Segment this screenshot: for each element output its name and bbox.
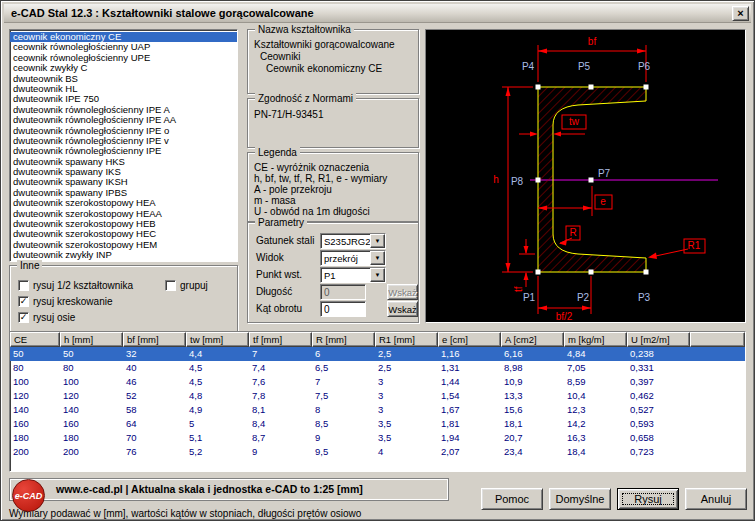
pomoc-button[interactable]: Pomoc [481,488,543,510]
column-header[interactable]: CE [10,332,60,347]
profile-list-item[interactable]: dwuteownik spawany IPBS [10,188,237,198]
profile-list-item-label: dwuteownik równoległościenny IPE o [13,126,169,136]
cell-bf: 46 [123,375,186,389]
profile-list-item[interactable]: dwuteownik spawany HKS [10,157,237,167]
profile-listbox[interactable]: ceownik ekonomiczny CE ceownik równoległ… [9,29,238,262]
column-header[interactable]: tf [mm] [249,332,312,347]
profile-list-item[interactable]: dwuteownik równoległościenny IPE [10,146,237,156]
profile-list-item[interactable]: ceownik zwykły C [10,63,237,73]
profile-list-item[interactable]: dwuteownik równoległościenny IPE v [10,136,237,146]
group-inne-title: Inne [17,260,42,271]
column-header[interactable]: e [cm] [438,332,501,347]
scale-info-text: www.e-cad.pl | Aktualna skala i jednostk… [56,483,363,495]
table-row[interactable]: 200 200 76 5,2 9 9,5 4 2,07 23,4 18,4 0,… [10,445,745,459]
checkbox-rysuj-polowa[interactable]: rysuj 1/2 kształtownika [18,279,133,291]
column-header[interactable]: h [mm] [60,332,123,347]
kat-obrotu-field[interactable] [320,301,366,317]
point-label-p2: P2 [577,292,590,303]
cell-m: 12,3 [564,403,627,417]
table-body: 50 50 32 4,4 7 6 2,5 1,16 6,16 4,84 0,23… [10,347,745,459]
widok-combo[interactable]: przekrój ▼ [320,250,386,266]
profile-list-item[interactable]: dwuteownik szerokostopowy HEA [10,198,237,208]
cell-m: 8,59 [564,375,627,389]
checkbox-box [165,280,176,291]
checkbox-rysuj-osie[interactable]: rysuj osie [18,311,75,323]
profile-list-item[interactable]: dwuteownik szerokostopowy HEC [10,229,237,239]
profile-list-item[interactable]: dwuteownik HL [10,84,237,94]
profile-list-item[interactable]: dwuteownik równoległościenny IPE AA [10,115,237,125]
group-normy-title: Zgodność z Normami [255,93,356,104]
profile-list-item[interactable]: ceownik równoległościenny UPE [10,53,237,63]
table-row[interactable]: 160 160 64 5 8,4 8,5 3,5 1,81 18,1 14,2 … [10,417,745,431]
nazwa-line: Kształtowniki gorącowalcowane [254,39,395,50]
column-header[interactable]: R [mm] [312,332,375,347]
point-label-p8: P8 [511,176,524,187]
table-row[interactable]: 120 120 52 4,8 7,8 7,5 3 1,54 13,3 10,4 … [10,389,745,403]
profile-list-item[interactable]: ceownik ekonomiczny CE [10,32,237,42]
cell-ce: 180 [10,431,60,445]
profile-list-item[interactable]: dwuteownik spawany IKSH [10,177,237,187]
point-label-p5: P5 [578,61,591,72]
profile-list-item[interactable]: dwuteownik szerokostopowy HEM [10,240,237,250]
wskaz-kat-button[interactable]: Wskaż [387,301,418,317]
chevron-down-icon[interactable]: ▼ [370,234,385,248]
profile-list-item[interactable]: dwuteownik szerokostopowy HEAA [10,209,237,219]
chevron-down-icon[interactable]: ▼ [370,251,385,265]
gatunek-combo[interactable]: S235JRG2 ▼ [320,233,386,249]
dimension-label-boxes [562,115,705,253]
checkbox-rysuj-kreskowanie[interactable]: rysuj kreskowanie [18,295,112,307]
profile-list-item[interactable]: dwuteownik BS [10,74,237,84]
dim-label-h: h [493,174,499,185]
group-normy: Zgodność z Normami PN-71/H-93451 [247,98,419,148]
anuluj-button[interactable]: Anuluj [685,488,747,510]
cell-h: 160 [60,417,123,431]
profile-list-item[interactable]: ceownik równoległościenny UAP [10,42,237,52]
profile-list-item-label: ceownik ekonomiczny CE [13,32,121,42]
table-row[interactable]: 80 80 40 4,5 7,4 6,5 2,5 1,31 8,98 7,05 … [10,361,745,375]
cell-tw: 4,4 [186,347,249,361]
legenda-line: h, bf, tw, tf, R, R1, e - wymiary [254,173,387,184]
profile-list-item-label: dwuteownik szerokostopowy HEB [13,219,156,229]
titlebar[interactable]: e-CAD Stal 12.3 : Kształtowniki stalowe … [4,4,751,23]
column-header[interactable]: A [cm2] [501,332,564,347]
column-header-label: CE [14,334,27,345]
table-row[interactable]: 100 100 46 4,5 7,6 7 3 1,44 10,9 8,59 0,… [10,375,745,389]
column-header[interactable]: R1 [mm] [375,332,438,347]
punkt-wstawienia-combo[interactable]: P1 ▼ [320,267,386,283]
checkbox-box [18,280,29,291]
cell-u: 0,527 [627,403,690,417]
profile-list-item[interactable]: dwuteownik spawany IKS [10,167,237,177]
cell-h: 180 [60,431,123,445]
profile-list-item[interactable]: dwuteownik równoległościenny IPE o [10,126,237,136]
cell-ce: 100 [10,375,60,389]
preview-canvas: bf h tw e R R1 bf/2 tf P4 [425,29,746,323]
cell-r: 7,5 [312,389,375,403]
table-row[interactable]: 50 50 32 4,4 7 6 2,5 1,16 6,16 4,84 0,23… [10,347,745,361]
column-header[interactable]: U [m2/m] [627,332,690,347]
close-icon[interactable]: × [732,6,749,21]
profile-list-item[interactable]: dwuteownik szerokostopowy HEB [10,219,237,229]
nazwa-line: Ceownik ekonomiczny CE [266,63,382,74]
cell-r: 7 [312,375,375,389]
rysuj-button[interactable]: Rysuj [617,488,679,510]
group-inne: Inne rysuj 1/2 kształtownika grupuj rysu… [9,265,238,341]
profile-list-item[interactable]: dwuteownik równoległościenny IPE A [10,105,237,115]
table-row[interactable]: 180 180 70 5,1 8,7 9 3,5 1,94 20,7 16,3 … [10,431,745,445]
cell-r1: 2,5 [375,347,438,361]
chevron-down-icon[interactable]: ▼ [370,268,385,282]
profile-list-item[interactable]: dwuteownik IPE 750 [10,94,237,104]
profile-list-item-label: ceownik zwykły C [13,63,87,73]
cell-tw: 4,8 [186,389,249,403]
column-header[interactable]: bf [mm] [123,332,186,347]
profile-list-item[interactable]: dwuteownik zwykły INP [10,250,237,260]
cell-e: 1,54 [438,389,501,403]
column-header[interactable]: m [kg/m] [564,332,627,347]
checkbox-grupuj[interactable]: grupuj [165,279,208,291]
table-row[interactable]: 140 140 58 4,9 8,1 8 3 1,67 15,6 12,3 0,… [10,403,745,417]
domyslne-button[interactable]: Domyślne [549,488,611,510]
norma-value: PN-71/H-93451 [254,109,323,120]
group-legenda-title: Legenda [255,147,300,158]
column-header[interactable]: tw [mm] [186,332,249,347]
cell-h: 50 [60,347,123,361]
cell-r: 9,5 [312,445,375,459]
